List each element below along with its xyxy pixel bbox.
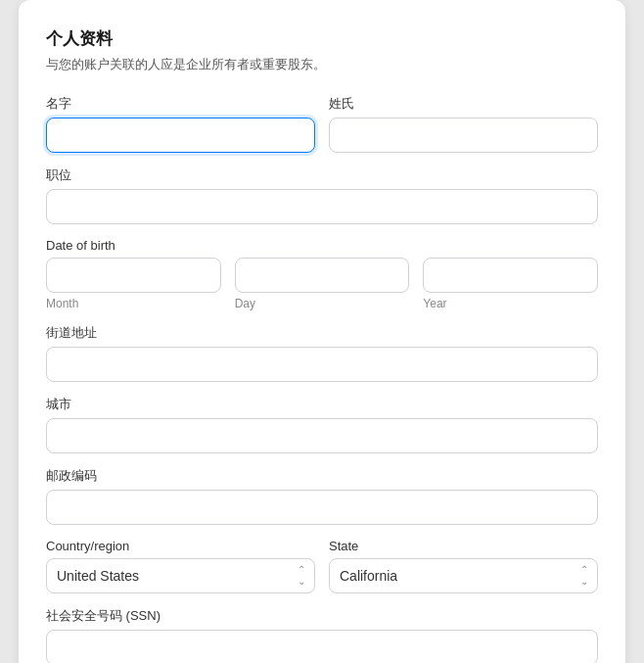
position-group: 职位 xyxy=(46,166,598,224)
state-label: State xyxy=(329,539,598,553)
ssn-row: 社会安全号码 (SSN) xyxy=(46,607,598,663)
position-row: 职位 xyxy=(46,166,598,224)
personal-info-card: 个人资料 与您的账户关联的人应是企业所有者或重要股东。 名字 姓氏 职位 Dat… xyxy=(19,0,625,663)
day-input[interactable] xyxy=(235,258,410,293)
first-name-label: 名字 xyxy=(46,95,315,113)
last-name-input[interactable] xyxy=(329,118,598,153)
postal-label: 邮政编码 xyxy=(46,467,598,485)
country-select-wrapper: United States Canada United Kingdom xyxy=(46,558,315,593)
ssn-input[interactable] xyxy=(46,630,598,663)
ssn-label: 社会安全号码 (SSN) xyxy=(46,607,598,625)
city-group: 城市 xyxy=(46,396,598,453)
first-name-input[interactable] xyxy=(46,118,315,153)
ssn-group: 社会安全号码 (SSN) xyxy=(46,607,598,663)
street-row: 街道地址 xyxy=(46,324,598,382)
section-title: 个人资料 xyxy=(46,27,598,50)
street-group: 街道地址 xyxy=(46,324,598,382)
position-input[interactable] xyxy=(46,189,598,224)
section-description: 与您的账户关联的人应是企业所有者或重要股东。 xyxy=(46,56,598,73)
city-label: 城市 xyxy=(46,396,598,413)
street-input[interactable] xyxy=(46,347,598,382)
postal-row: 邮政编码 xyxy=(46,467,598,525)
country-label: Country/region xyxy=(46,539,315,553)
city-row: 城市 xyxy=(46,396,598,453)
dob-inputs-row xyxy=(46,258,598,293)
city-input[interactable] xyxy=(46,418,598,453)
postal-input[interactable] xyxy=(46,490,598,525)
day-group xyxy=(235,258,410,293)
country-group: Country/region United States Canada Unit… xyxy=(46,539,315,593)
year-group xyxy=(423,258,598,293)
month-group xyxy=(46,258,221,293)
state-select[interactable]: Alabama Alaska Arizona Arkansas Californ… xyxy=(329,558,598,593)
country-state-row: Country/region United States Canada Unit… xyxy=(46,539,598,593)
last-name-label: 姓氏 xyxy=(329,95,598,113)
year-input[interactable] xyxy=(423,258,598,293)
year-sublabel: Year xyxy=(423,297,598,310)
day-sublabel: Day xyxy=(235,297,410,310)
street-label: 街道地址 xyxy=(46,324,598,342)
position-label: 职位 xyxy=(46,166,598,184)
dob-section: Date of birth Month Day Year xyxy=(46,238,598,310)
last-name-group: 姓氏 xyxy=(329,95,598,153)
dob-label: Date of birth xyxy=(46,238,598,253)
state-group: State Alabama Alaska Arizona Arkansas Ca… xyxy=(329,539,598,593)
dob-sublabels: Month Day Year xyxy=(46,297,598,310)
month-sublabel: Month xyxy=(46,297,221,310)
first-name-group: 名字 xyxy=(46,95,315,153)
country-select[interactable]: United States Canada United Kingdom xyxy=(46,558,315,593)
state-select-wrapper: Alabama Alaska Arizona Arkansas Californ… xyxy=(329,558,598,593)
postal-group: 邮政编码 xyxy=(46,467,598,525)
month-input[interactable] xyxy=(46,258,221,293)
name-row: 名字 姓氏 xyxy=(46,95,598,153)
